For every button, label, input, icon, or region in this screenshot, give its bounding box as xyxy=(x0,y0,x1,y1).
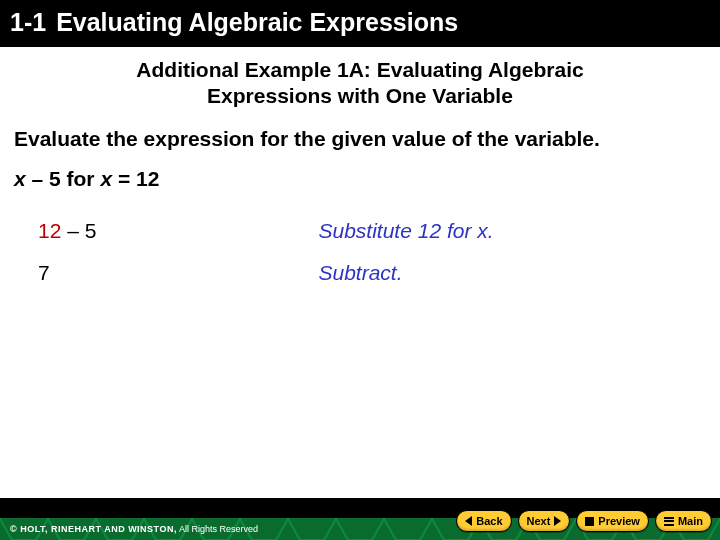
preview-label: Preview xyxy=(598,515,640,527)
copyright-text: © HOLT, RINEHART AND WINSTON, All Rights… xyxy=(10,524,258,534)
step-row: 12 – 5 Substitute 12 for x. xyxy=(14,215,706,257)
chevron-right-icon xyxy=(554,516,561,526)
step-rest: – 5 xyxy=(61,219,96,242)
example-title: Additional Example 1A: Evaluating Algebr… xyxy=(14,57,706,110)
problem-text-suffix: = 12 xyxy=(112,167,159,190)
section-number: 1-1 xyxy=(10,8,46,36)
step-rest: 7 xyxy=(38,261,50,284)
example-title-line1: Additional Example 1A: Evaluating Algebr… xyxy=(136,58,583,81)
copyright-brand: © HOLT, RINEHART AND WINSTON, xyxy=(10,524,177,534)
step-expression: 7 xyxy=(14,257,318,299)
next-button[interactable]: Next xyxy=(518,510,571,532)
step-expression: 12 – 5 xyxy=(14,215,318,257)
preview-button[interactable]: Preview xyxy=(576,510,649,532)
example-title-line2: Expressions with One Variable xyxy=(207,84,513,107)
step-explanation: Substitute 12 for x. xyxy=(318,215,706,257)
main-button[interactable]: Main xyxy=(655,510,712,532)
header-title: Evaluating Algebraic Expressions xyxy=(56,8,458,36)
slide: 1-1Evaluating Algebraic Expressions Addi… xyxy=(0,0,720,540)
solution-steps: 12 – 5 Substitute 12 for x. 7 Subtract. xyxy=(14,215,706,299)
instruction-text: Evaluate the expression for the given va… xyxy=(14,126,706,151)
slide-footer: © HOLT, RINEHART AND WINSTON, All Rights… xyxy=(0,498,720,540)
problem-var-x2: x xyxy=(100,167,112,190)
problem-var-x1: x xyxy=(14,167,26,190)
back-button[interactable]: Back xyxy=(456,510,511,532)
menu-icon xyxy=(664,517,674,526)
problem-text-mid: – 5 for xyxy=(26,167,101,190)
next-label: Next xyxy=(527,515,551,527)
slide-content: Additional Example 1A: Evaluating Algebr… xyxy=(0,47,720,299)
nav-bar: Back Next Preview Main xyxy=(456,510,712,532)
slide-header: 1-1Evaluating Algebraic Expressions xyxy=(0,0,720,47)
problem-statement: x – 5 for x = 12 xyxy=(14,167,706,191)
square-icon xyxy=(585,517,594,526)
main-label: Main xyxy=(678,515,703,527)
step-explanation: Subtract. xyxy=(318,257,706,299)
chevron-left-icon xyxy=(465,516,472,526)
copyright-rest: All Rights Reserved xyxy=(177,524,258,534)
step-row: 7 Subtract. xyxy=(14,257,706,299)
substituted-value: 12 xyxy=(38,219,61,242)
back-label: Back xyxy=(476,515,502,527)
